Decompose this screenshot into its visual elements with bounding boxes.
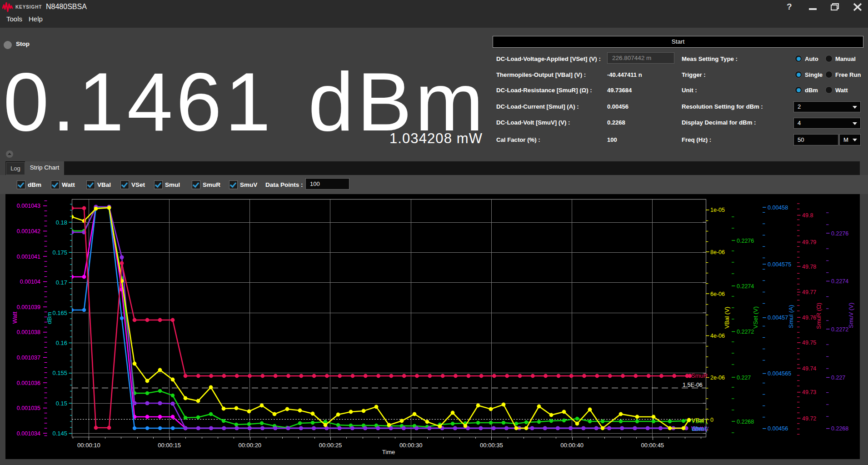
svg-text:SmuV (V): SmuV (V)	[848, 303, 854, 328]
svg-text:49.73: 49.73	[802, 389, 816, 395]
svg-text:SmuV: SmuV	[693, 425, 709, 432]
svg-text:Time: Time	[382, 449, 395, 455]
svg-text:0.227: 0.227	[831, 375, 845, 381]
svg-text:0.2268: 0.2268	[831, 425, 848, 432]
svg-text:00:00:30: 00:00:30	[399, 442, 423, 449]
svg-text:0.15: 0.15	[56, 400, 67, 407]
svg-text:0.001038: 0.001038	[17, 329, 40, 335]
svg-text:2e-06: 2e-06	[710, 375, 725, 381]
svg-text:0.001035: 0.001035	[17, 405, 40, 411]
svg-text:00:00:45: 00:00:45	[641, 442, 664, 449]
svg-text:Watt: Watt	[11, 311, 18, 324]
svg-text:0.004575: 0.004575	[768, 261, 791, 268]
svg-text:0.165: 0.165	[52, 310, 67, 316]
svg-text:0.145: 0.145	[52, 430, 67, 437]
svg-text:49.77: 49.77	[802, 289, 816, 295]
svg-text:0.001037: 0.001037	[17, 355, 40, 361]
svg-text:0.00457: 0.00457	[768, 315, 788, 321]
svg-text:VBal (V): VBal (V)	[723, 307, 730, 329]
svg-text:49.75: 49.75	[802, 340, 816, 346]
svg-text:0.2272: 0.2272	[737, 329, 754, 335]
svg-text:0.001039: 0.001039	[17, 304, 40, 310]
svg-text:0.2274: 0.2274	[831, 278, 848, 285]
svg-text:0.155: 0.155	[52, 370, 67, 376]
svg-text:0.00456: 0.00456	[768, 425, 788, 432]
svg-text:49.8: 49.8	[802, 212, 813, 219]
svg-text:SmuI (A): SmuI (A)	[788, 305, 794, 328]
svg-text:0.00104: 0.00104	[20, 279, 40, 285]
svg-text:0.16: 0.16	[56, 340, 67, 346]
svg-text:0.00458: 0.00458	[768, 205, 788, 211]
svg-text:49.74: 49.74	[802, 365, 816, 372]
svg-text:1e-05: 1e-05	[710, 207, 725, 213]
svg-text:0.001036: 0.001036	[17, 380, 40, 386]
svg-text:00:00:10: 00:00:10	[77, 442, 100, 449]
svg-text:0.2276: 0.2276	[831, 230, 848, 237]
svg-text:0.001034: 0.001034	[17, 430, 40, 437]
svg-text:49.72: 49.72	[802, 415, 816, 422]
svg-text:0.175: 0.175	[52, 249, 67, 256]
svg-text:00:00:15: 00:00:15	[158, 442, 181, 449]
svg-text:00:00:25: 00:00:25	[319, 442, 342, 449]
svg-text:SmuR: SmuR	[691, 372, 708, 379]
svg-text:49.78: 49.78	[802, 264, 816, 270]
svg-text:VBal (: VBal (	[692, 417, 708, 424]
svg-text:8e-06: 8e-06	[710, 249, 725, 255]
svg-text:0.001043: 0.001043	[17, 203, 40, 209]
svg-text:00:00:35: 00:00:35	[480, 442, 503, 449]
svg-text:0: 0	[710, 417, 713, 423]
svg-text:VSet (V): VSet (V)	[752, 306, 759, 329]
svg-text:0.17: 0.17	[56, 279, 67, 286]
svg-text:0.2272: 0.2272	[831, 326, 848, 333]
svg-text:0.2274: 0.2274	[737, 283, 754, 290]
svg-text:6e-06: 6e-06	[710, 291, 725, 297]
svg-text:4e-06: 4e-06	[710, 333, 725, 339]
svg-text:0.2268: 0.2268	[737, 419, 754, 425]
svg-text:49.76: 49.76	[802, 315, 816, 321]
svg-text:0.18: 0.18	[56, 219, 67, 226]
svg-text:00:00:20: 00:00:20	[238, 442, 261, 449]
svg-text:1.5E-06: 1.5E-06	[683, 382, 703, 388]
svg-text:0.004565: 0.004565	[768, 370, 791, 377]
svg-text:0.001042: 0.001042	[17, 228, 40, 235]
svg-text:49.79: 49.79	[802, 239, 816, 245]
svg-text:0.001041: 0.001041	[17, 254, 40, 260]
svg-text:0.227: 0.227	[737, 375, 751, 381]
svg-text:00:00:40: 00:00:40	[560, 442, 584, 449]
svg-text:dBm: dBm	[46, 312, 53, 324]
svg-text:SmuR (Ω): SmuR (Ω)	[815, 303, 822, 329]
svg-text:0.2276: 0.2276	[737, 238, 754, 244]
